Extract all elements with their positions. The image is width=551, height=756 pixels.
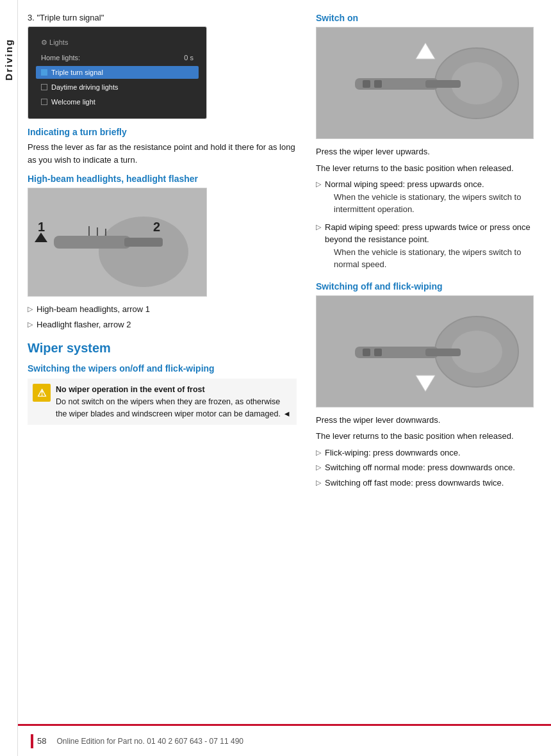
checkbox-triple	[41, 69, 47, 76]
menu-item-triple: Triple turn signal	[36, 66, 199, 79]
switching-off-bullets: ▷ Flick-wiping: press downwards once. ▷ …	[316, 447, 541, 489]
wiper-on-image	[316, 27, 534, 139]
arrow-icon-4: ▷	[316, 222, 321, 233]
sidebar: Driving	[0, 0, 18, 756]
main-content: 3. "Triple turn signal" ⚙ Lights Home li…	[18, 0, 551, 756]
footer: 58 Online Edition for Part no. 01 40 2 6…	[18, 724, 551, 756]
svg-text:2: 2	[153, 220, 160, 234]
sidebar-label: Driving	[3, 38, 14, 81]
svg-rect-16	[374, 80, 382, 88]
switch-on-text1: Press the wiper lever upwards.	[316, 145, 541, 158]
menu-item-welcome: Welcome light	[36, 95, 199, 108]
svg-rect-22	[425, 349, 461, 356]
arrow-icon-2: ▷	[28, 319, 33, 330]
arrow-icon-1: ▷	[28, 304, 33, 315]
wiper-system-heading: Wiper system	[28, 341, 297, 356]
switching-off-bullet-1: ▷ Flick-wiping: press downwards once.	[316, 447, 541, 459]
warning-text: No wiper operation in the event of frost…	[56, 384, 292, 420]
switch-on-heading: Switch on	[316, 13, 541, 23]
headlight-image: 1 2	[28, 188, 207, 297]
switch-on-bullets: ▷ Normal wiping speed: press upwards onc…	[316, 178, 541, 274]
svg-rect-2	[54, 236, 131, 249]
red-bar	[31, 734, 33, 748]
indicating-text: Press the lever as far as the resistance…	[28, 141, 297, 166]
arrow-icon-6: ▷	[316, 462, 321, 473]
switching-off-heading: Switching off and flick-wiping	[316, 281, 541, 292]
home-lights-row: Home lights: 0 s	[36, 51, 199, 64]
page-number: 58	[37, 736, 46, 746]
svg-point-1	[99, 217, 188, 287]
arrow-icon-7: ▷	[316, 477, 321, 488]
svg-rect-24	[374, 349, 382, 356]
indicating-heading: Indicating a turn briefly	[28, 127, 297, 137]
svg-rect-14	[425, 80, 461, 88]
switch-on-sub-1: When the vehicle is stationary, the wipe…	[325, 191, 541, 216]
svg-text:1: 1	[38, 220, 45, 234]
wiper-off-svg	[317, 295, 533, 407]
warning-box: ⚠ No wiper operation in the event of fro…	[28, 379, 297, 425]
warning-icon: ⚠	[33, 384, 51, 402]
switching-off-bullet-3: ▷ Switching off fast mode: press downwar…	[316, 477, 541, 489]
home-lights-icon: ⚙ Lights	[41, 38, 68, 47]
svg-rect-15	[363, 80, 370, 88]
svg-rect-23	[363, 349, 370, 356]
svg-rect-3	[124, 238, 163, 247]
wiper-on-svg	[317, 27, 533, 139]
highbeam-bullets: ▷ High-beam headlights, arrow 1 ▷ Headli…	[28, 303, 297, 331]
switch-on-bullet-2: ▷ Rapid wiping speed: press upwards twic…	[316, 221, 541, 274]
switching-off-bullet-2: ▷ Switching off normal mode: press downw…	[316, 461, 541, 474]
wiper-off-image	[316, 295, 534, 407]
switching-off-text1: Press the wiper lever downwards.	[316, 414, 541, 427]
checkbox-welcome	[41, 99, 47, 105]
switching-off-text2: The lever returns to the basic position …	[316, 430, 541, 443]
page-number-container: 58	[31, 734, 46, 748]
arrow-icon-5: ▷	[316, 447, 321, 458]
switch-on-bullet-1: ▷ Normal wiping speed: press upwards onc…	[316, 178, 541, 218]
right-column: Switch on	[309, 6, 551, 718]
highbeam-heading: High-beam headlights, headlight flasher	[28, 174, 297, 184]
menu-item-daytime: Daytime driving lights	[36, 81, 199, 94]
left-column: 3. "Triple turn signal" ⚙ Lights Home li…	[18, 6, 309, 718]
footer-text: Online Edition for Part no. 01 40 2 607 …	[56, 737, 243, 746]
menu-screenshot: ⚙ Lights Home lights: 0 s Triple turn si…	[28, 26, 207, 119]
highbeam-bullet-2: ▷ Headlight flasher, arrow 2	[28, 318, 297, 331]
checkbox-daytime	[41, 84, 47, 90]
wipers-onoff-heading: Switching the wipers on/off and flick-wi…	[28, 363, 297, 374]
switch-on-text2: The lever returns to the basic position …	[316, 162, 541, 175]
section3-heading: 3. "Triple turn signal"	[28, 13, 297, 22]
arrow-icon-3: ▷	[316, 179, 321, 190]
headlight-svg: 1 2	[28, 188, 206, 297]
highbeam-bullet-1: ▷ High-beam headlights, arrow 1	[28, 303, 297, 316]
switch-on-sub-2: When the vehicle is stationary, the wipe…	[325, 246, 541, 271]
